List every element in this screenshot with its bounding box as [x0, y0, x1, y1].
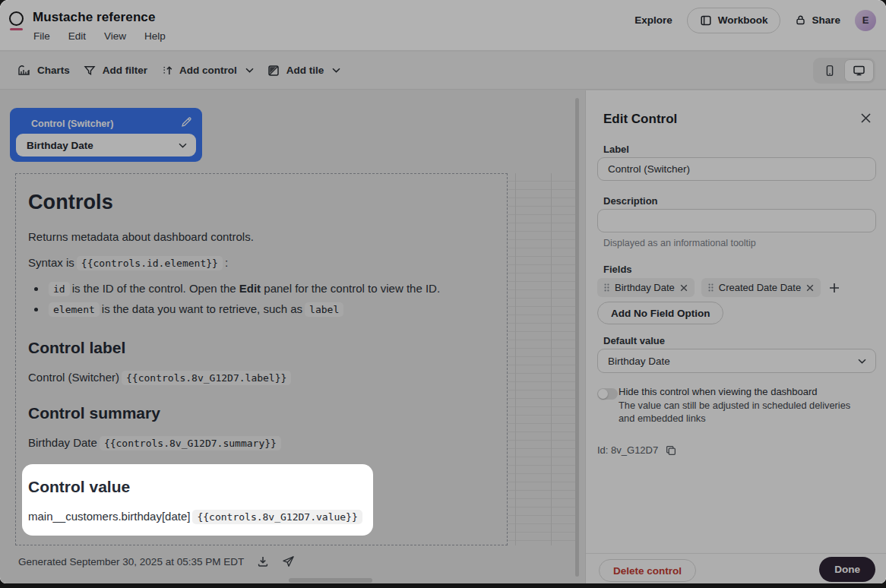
doc-syntax-line: Syntax is{{controls.id.element}}:: [28, 256, 492, 269]
app-window: Mustache reference File Edit View Help E…: [0, 0, 886, 583]
doc-intro: Returns metadata about dashboard control…: [28, 230, 492, 243]
workbook-title[interactable]: Mustache reference: [33, 10, 155, 25]
add-control-label: Add control: [179, 65, 237, 76]
control-value-highlight: Control value main__customers.birthday[d…: [22, 464, 373, 536]
doc-heading-controls: Controls: [28, 191, 492, 214]
panel-footer: Delete control Done: [586, 553, 886, 583]
field-chip[interactable]: Birthday Date: [597, 278, 695, 297]
charts-icon: [17, 64, 30, 77]
chevron-down-icon: [179, 143, 187, 148]
menubar: File Edit View Help: [33, 30, 166, 42]
fields-label: Fields: [603, 264, 632, 275]
generated-timestamp: Generated September 30, 2025 at 05:35 PM…: [18, 556, 244, 567]
data-grid-peek: [508, 173, 576, 545]
doc-value-line: main__customers.birthday[date]{{controls…: [28, 510, 373, 523]
phone-icon: [825, 65, 834, 77]
logo-underline: [10, 28, 23, 31]
doc-summary-line: Birthday Date{{controls.8v_G12D7.summary…: [28, 436, 492, 449]
add-field-icon[interactable]: [829, 283, 840, 293]
panel-title: Edit Control: [603, 112, 677, 127]
doc-heading-control-summary: Control summary: [28, 404, 492, 422]
add-control-button[interactable]: Add control: [154, 60, 261, 81]
share-label: Share: [812, 14, 840, 26]
control-icon: [161, 65, 172, 77]
send-icon[interactable]: [282, 555, 295, 567]
workbook-toolbar: Charts Add filter Add control Add tile: [0, 52, 886, 90]
code-summary-mustache: {{controls.8v_G12D7.summary}}: [100, 436, 281, 450]
layout-mode-switch: [813, 58, 875, 84]
code-id: id: [49, 282, 70, 296]
doc-bullet-element: elementis the data you want to retrieve,…: [46, 299, 492, 320]
workbook-icon: [700, 14, 712, 27]
field-chip-label: Birthday Date: [615, 282, 675, 293]
add-tile-button[interactable]: Add tile: [261, 60, 348, 81]
charts-label: Charts: [37, 65, 70, 76]
hide-control-helper: The value can still be adjusted in sched…: [619, 399, 869, 425]
control-tile-label: Control (Switcher): [31, 119, 113, 129]
description-helper: Displayed as an informational tooltip: [603, 238, 756, 248]
add-filter-button[interactable]: Add filter: [77, 60, 154, 81]
charts-button[interactable]: Charts: [11, 59, 77, 81]
grid-column-line: [515, 173, 516, 545]
description-field-label: Description: [603, 195, 658, 207]
code-syntax: {{controls.id.element}}: [77, 256, 223, 270]
grid-column-line: [551, 173, 552, 545]
workbook-button[interactable]: Workbook: [687, 8, 781, 33]
switcher-dropdown[interactable]: Birthday Date: [16, 134, 196, 156]
menu-view[interactable]: View: [104, 30, 126, 42]
doc-bullet-list: idis the ID of the control. Open the Edi…: [46, 279, 492, 320]
header-actions: Explore Workbook Share E: [634, 0, 876, 40]
monitor-icon: [853, 65, 865, 77]
chevron-down-icon: [858, 359, 866, 364]
doc-heading-control-value: Control value: [28, 478, 373, 496]
desktop-view-button[interactable]: [845, 60, 873, 81]
field-chip[interactable]: Created Date Date: [701, 278, 821, 297]
copy-icon[interactable]: [666, 445, 676, 456]
code-element: element: [49, 302, 100, 317]
workbook-canvas: Control (Switcher) Birthday Date Control…: [0, 90, 585, 583]
switcher-control-tile[interactable]: Control (Switcher) Birthday Date: [10, 108, 202, 162]
share-button[interactable]: Share: [795, 14, 840, 26]
mobile-view-button[interactable]: [815, 60, 843, 81]
doc-text-element: Controls Returns metadata about dashboar…: [15, 173, 508, 545]
tile-icon: [267, 65, 280, 77]
delete-control-button[interactable]: Delete control: [599, 559, 696, 582]
toggle-knob: [598, 389, 608, 399]
avatar[interactable]: E: [855, 10, 876, 31]
sigma-logo-icon[interactable]: [9, 11, 24, 30]
drag-handle-icon[interactable]: [604, 283, 609, 292]
done-button[interactable]: Done: [819, 557, 875, 582]
add-filter-label: Add filter: [103, 65, 147, 76]
field-chips-row: Birthday Date Created Date Date: [597, 278, 840, 297]
edit-pencil-icon[interactable]: [181, 116, 192, 128]
default-value-select[interactable]: Birthday Date: [597, 349, 876, 373]
add-no-field-option-button[interactable]: Add No Field Option: [597, 302, 723, 324]
code-label: label: [305, 302, 343, 317]
canvas-footer: Generated September 30, 2025 at 05:35 PM…: [18, 555, 295, 567]
close-icon[interactable]: [860, 112, 872, 124]
doc-heading-control-label: Control label: [28, 339, 492, 357]
hide-control-toggle[interactable]: [597, 388, 618, 400]
menu-edit[interactable]: Edit: [68, 30, 86, 42]
explore-button[interactable]: Explore: [634, 14, 672, 26]
drag-handle-icon[interactable]: [708, 283, 714, 292]
doc-label-line: Control (Switcher){{controls.8v_G12D7.la…: [28, 371, 492, 384]
control-id-text: Id: 8v_G12D7: [597, 444, 658, 456]
edit-control-panel: Edit Control Label Control (Switcher) De…: [585, 90, 886, 583]
horizontal-scrollbar[interactable]: [289, 578, 372, 583]
menu-help[interactable]: Help: [144, 30, 166, 42]
workbook-label: Workbook: [718, 14, 768, 26]
chevron-down-icon: [245, 68, 254, 73]
doc-bullet-id: idis the ID of the control. Open the Edi…: [46, 279, 492, 299]
lock-icon: [795, 14, 806, 26]
remove-field-icon[interactable]: [806, 284, 814, 292]
remove-field-icon[interactable]: [680, 284, 688, 292]
label-input[interactable]: Control (Switcher): [597, 157, 876, 181]
field-chip-label: Created Date Date: [719, 282, 801, 293]
vertical-scrollbar[interactable]: [575, 98, 579, 577]
menu-file[interactable]: File: [33, 30, 50, 42]
code-label-mustache: {{controls.8v_G12D7.label}}: [122, 371, 291, 385]
switcher-dropdown-value: Birthday Date: [27, 140, 93, 151]
download-icon[interactable]: [257, 555, 269, 567]
description-input[interactable]: [597, 209, 876, 232]
